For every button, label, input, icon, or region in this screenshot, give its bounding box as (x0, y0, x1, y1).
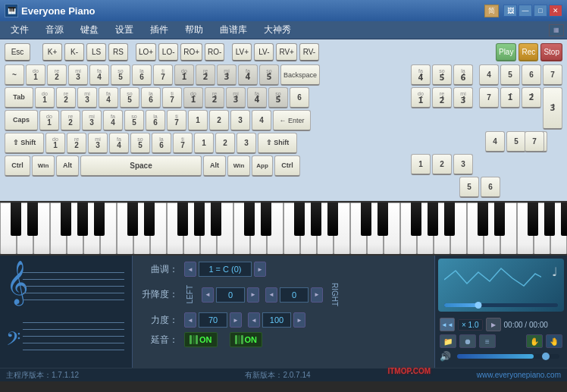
black-key-12[interactable] (211, 202, 221, 236)
q-key[interactable]: do1 (35, 87, 55, 108)
a-key[interactable]: do1 (39, 110, 59, 131)
black-key-7[interactable] (127, 202, 138, 236)
menu-keyboard[interactable]: 键盘 (73, 22, 106, 38)
slash-key[interactable]: 3 (237, 133, 256, 154)
key-lominus[interactable]: LO- (158, 43, 178, 61)
alt-right-key[interactable]: Alt (203, 155, 226, 177)
stop-button[interactable]: Stop (540, 43, 562, 61)
np-5-5[interactable]: 5 (459, 177, 479, 198)
r-key[interactable]: fa4 (99, 87, 118, 108)
transpose-right-inc[interactable]: ► (311, 287, 323, 303)
folder-icon-btn[interactable]: 📁 (440, 334, 456, 348)
num1-key[interactable]: do1 (26, 64, 45, 86)
np-6-1[interactable]: 6 (522, 64, 541, 86)
space-key[interactable]: Space (80, 155, 202, 177)
key-kplus[interactable]: K+ (42, 43, 62, 61)
key-rvplus[interactable]: RV+ (276, 43, 297, 61)
black-key-3[interactable] (61, 202, 71, 236)
np-4-1[interactable]: 4 (479, 64, 499, 86)
w-key[interactable]: re2 (56, 87, 76, 108)
m-key[interactable]: ti7 (173, 133, 193, 154)
right-hand-icon[interactable]: 🤚 (546, 334, 562, 348)
np-3h-2[interactable]: mi3̂ (453, 87, 473, 108)
t-key[interactable]: so5 (120, 87, 139, 108)
preview-slider-container[interactable] (444, 303, 558, 307)
d-key[interactable]: mi3 (82, 110, 102, 131)
p-key[interactable]: mi3̂ (226, 87, 246, 108)
f-key[interactable]: fa4 (103, 110, 123, 131)
num6-key[interactable]: la6 (132, 64, 152, 86)
black-key-5[interactable] (94, 202, 105, 236)
left-hand-icon[interactable]: ✋ (526, 334, 543, 348)
np-5-3[interactable]: 5 (506, 131, 526, 152)
u-key[interactable]: ti7 (162, 87, 182, 108)
np-5h-1[interactable]: so5̂ (432, 64, 452, 86)
backslash-key[interactable]: 6 (290, 87, 309, 108)
black-key-1[interactable] (27, 202, 38, 236)
transpose-left-dec[interactable]: ◄ (202, 287, 214, 303)
y-key[interactable]: la6 (141, 87, 161, 108)
app-key[interactable]: App (252, 155, 273, 177)
menu-help[interactable]: 帮助 (177, 22, 211, 38)
num2-key[interactable]: re2 (47, 64, 67, 86)
j-key[interactable]: ti7 (167, 110, 186, 131)
z-key[interactable]: do1 (45, 133, 65, 154)
np-2-4[interactable]: 2 (432, 154, 452, 175)
n-key[interactable]: la6 (152, 133, 171, 154)
velocity-right-dec[interactable]: ◄ (248, 312, 260, 328)
o-key[interactable]: re2̂ (205, 87, 224, 108)
key-loplus[interactable]: LO+ (136, 43, 156, 61)
black-key-21[interactable] (361, 202, 371, 236)
maximize-button[interactable]: □ (534, 5, 547, 17)
num4-key[interactable]: fa4 (89, 64, 109, 86)
np-4-3[interactable]: 4 (485, 131, 505, 152)
record-icon-btn[interactable]: ⏺ (459, 334, 476, 348)
comma-key[interactable]: 1 (194, 133, 214, 154)
np-7-final[interactable]: 7 (525, 131, 544, 152)
volume-slider[interactable] (457, 354, 559, 359)
tab-key[interactable]: Tab (5, 87, 33, 108)
num2h-key[interactable]: re2̂ (196, 64, 215, 86)
prev-btn[interactable]: ◄◄ (440, 318, 455, 331)
key-rvminus[interactable]: RV- (299, 43, 319, 61)
np-2-2[interactable]: 2̂ (522, 87, 541, 108)
black-key-19[interactable] (327, 202, 338, 236)
backspace-key[interactable]: Backspace (280, 64, 320, 86)
e-key[interactable]: mi3 (77, 87, 97, 108)
tilde-key[interactable]: ~ (5, 64, 24, 86)
black-key-24[interactable] (411, 202, 421, 236)
black-key-0[interactable] (11, 202, 21, 236)
website-link[interactable]: www.everyonepiano.com (477, 371, 561, 379)
np-1-2[interactable]: 1̂ (500, 87, 520, 108)
black-key-17[interactable] (294, 202, 305, 236)
np-1h-2[interactable]: do1̂ (411, 87, 431, 108)
transpose-right-dec[interactable]: ◄ (265, 287, 277, 303)
enter-key[interactable]: ← Enter (273, 110, 311, 131)
black-key-26[interactable] (444, 202, 455, 236)
rbracket-key[interactable]: so5̂ (268, 87, 288, 108)
black-key-25[interactable] (428, 202, 438, 236)
transpose-left-inc[interactable]: ► (247, 287, 259, 303)
key-kminus[interactable]: K- (64, 43, 84, 61)
ctrl-left-key[interactable]: Ctrl (5, 155, 30, 177)
np-7-1[interactable]: 7 (543, 64, 562, 86)
np-7-2[interactable]: 7 (479, 87, 499, 108)
menu-plugins[interactable]: 插件 (143, 22, 176, 38)
i-key[interactable]: do1̂ (183, 87, 203, 108)
np-3-4[interactable]: 3 (453, 154, 473, 175)
black-key-31[interactable] (528, 202, 538, 236)
sustain-left-toggle[interactable]: ON (184, 332, 218, 347)
v-key[interactable]: fa4 (109, 133, 129, 154)
black-key-15[interactable] (261, 202, 271, 236)
np-6-5[interactable]: 6 (481, 177, 500, 198)
black-key-11[interactable] (194, 202, 205, 236)
view-toggle-button[interactable]: ▦ (549, 24, 564, 36)
c-key[interactable]: mi3 (88, 133, 108, 154)
tone-left-arrow[interactable]: ◄ (184, 262, 196, 277)
key-rominus[interactable]: RO- (205, 43, 224, 61)
l-key[interactable]: 2 (209, 110, 229, 131)
black-key-29[interactable] (494, 202, 505, 236)
np-4h-1[interactable]: fa4̂ (411, 64, 431, 86)
np-3-2[interactable]: 3̂ (543, 87, 562, 130)
lbracket-key[interactable]: fa4̂ (247, 87, 267, 108)
